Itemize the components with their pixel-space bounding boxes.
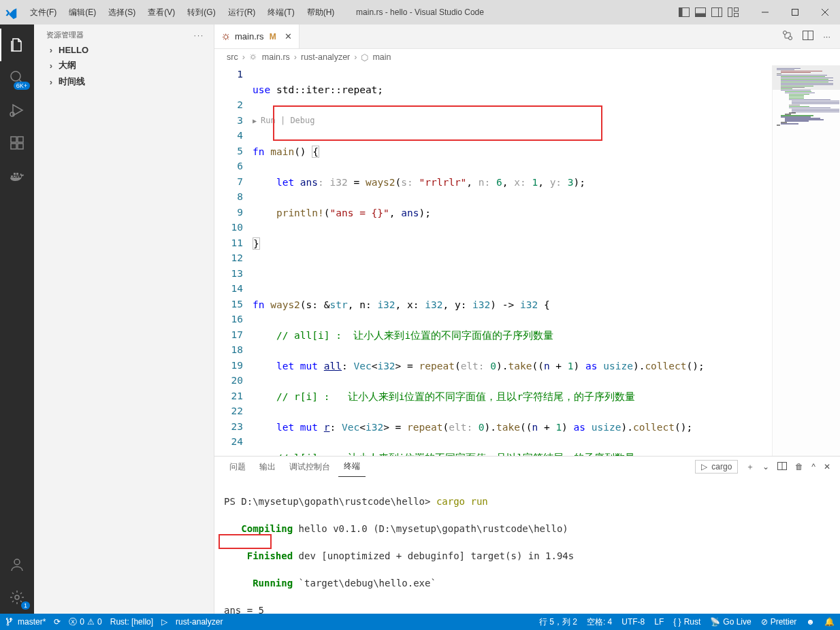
terminal-task-selector[interactable]: ▷cargo: [695, 460, 738, 474]
sidebar-item-hello[interactable]: ›HELLO: [34, 43, 214, 57]
menu-file[interactable]: 文件(F): [25, 4, 62, 21]
panel-maximize-icon[interactable]: ^: [811, 462, 815, 471]
vscode-logo-icon: [0, 5, 22, 20]
window-maximize-button[interactable]: [780, 0, 810, 24]
toggle-secondary-sidebar-icon[interactable]: [711, 7, 723, 18]
status-rust-project[interactable]: Rust: [hello]: [110, 617, 153, 627]
tab-main-rs[interactable]: ⛭ main.rs M ✕: [214, 24, 300, 48]
rust-file-icon: ⛭: [249, 52, 258, 62]
minimap-content: [777, 68, 836, 453]
toggle-panel-icon[interactable]: [694, 7, 707, 18]
terminal-new-icon[interactable]: ＋: [746, 461, 754, 473]
panel-tab-debug-console[interactable]: 调试控制台: [284, 457, 336, 477]
activity-bar: 6K+ 1: [0, 24, 34, 614]
window-title: main.rs - hello - Visual Studio Code: [356, 7, 484, 17]
panel-tabs: 问题 输出 调试控制台 终端 ▷cargo ＋ ⌄ 🗑 ^ ✕: [214, 457, 840, 477]
highlight-box-output: [219, 534, 272, 549]
svg-point-13: [11, 71, 20, 81]
rust-file-icon: ⛭: [221, 31, 231, 42]
activity-search-icon[interactable]: 6K+: [0, 61, 34, 94]
panel-tab-problems[interactable]: 问题: [224, 457, 251, 477]
settings-badge: 1: [21, 601, 30, 610]
editor-more-icon[interactable]: ···: [823, 31, 830, 42]
svg-rect-6: [728, 8, 732, 17]
activity-run-debug-icon[interactable]: [0, 94, 34, 127]
line-gutter: 1 23456789101112131415161718192021222324: [214, 65, 253, 456]
svg-rect-7: [734, 8, 739, 12]
window-close-button[interactable]: [810, 0, 840, 24]
menu-help[interactable]: 帮助(H): [302, 4, 340, 21]
panel-close-icon[interactable]: ✕: [824, 462, 830, 471]
status-sync[interactable]: ⟳: [54, 617, 61, 627]
symbol-function-icon: ⬡: [361, 52, 368, 63]
status-run-icon[interactable]: ▷: [161, 617, 167, 627]
svg-rect-16: [11, 137, 16, 142]
tab-bar: ⛭ main.rs M ✕ ···: [214, 24, 840, 49]
svg-rect-1: [679, 8, 683, 17]
svg-point-23: [789, 37, 792, 40]
svg-point-21: [15, 595, 19, 599]
sidebar-item-timeline[interactable]: ›时间线: [34, 73, 214, 90]
breadcrumbs[interactable]: src› ⛭main.rs› rust-analyzer› ⬡main: [214, 49, 840, 65]
menu-terminal[interactable]: 终端(T): [262, 4, 300, 21]
svg-rect-5: [719, 8, 722, 17]
panel-tab-output[interactable]: 输出: [254, 457, 281, 477]
code-content[interactable]: use std::iter::repeat; Run | Debug fn ma…: [253, 65, 772, 456]
search-badge: 6K+: [14, 82, 30, 90]
status-errors[interactable]: ⓧ0 ⚠0: [69, 616, 101, 628]
svg-point-22: [784, 31, 787, 35]
svg-rect-3: [696, 14, 706, 17]
panel: 问题 输出 调试控制台 终端 ▷cargo ＋ ⌄ 🗑 ^ ✕ PS D:\my…: [214, 456, 840, 614]
main-menu: 文件(F) 编辑(E) 选择(S) 查看(V) 转到(G) 运行(R) 终端(T…: [22, 4, 340, 21]
activity-account-icon[interactable]: [0, 548, 34, 581]
svg-rect-19: [18, 137, 23, 142]
breadcrumb-sym[interactable]: main: [372, 52, 391, 62]
explorer-title: 资源管理器: [46, 30, 84, 40]
compare-changes-icon[interactable]: [782, 30, 793, 43]
editor-group: ⛭ main.rs M ✕ ··· src› ⛭main.rs› rust-an…: [214, 24, 840, 614]
breadcrumb-mod[interactable]: rust-analyzer: [301, 52, 350, 62]
tab-label: main.rs: [235, 31, 264, 42]
breadcrumb-file[interactable]: main.rs: [262, 52, 290, 62]
terminal-content[interactable]: PS D:\mysetup\gopath\rustcode\hello> car…: [214, 477, 840, 630]
svg-rect-4: [712, 8, 722, 17]
terminal-split-icon[interactable]: [777, 462, 787, 472]
breadcrumb-src[interactable]: src: [227, 52, 238, 62]
panel-tab-terminal[interactable]: 终端: [338, 457, 366, 477]
activity-docker-icon[interactable]: [0, 159, 34, 192]
tab-close-icon[interactable]: ✕: [285, 31, 292, 42]
code-editor[interactable]: 1 23456789101112131415161718192021222324…: [214, 65, 840, 456]
window-minimize-button[interactable]: [750, 0, 780, 24]
svg-rect-17: [11, 144, 16, 149]
terminal-dropdown-icon[interactable]: ⌄: [762, 462, 769, 471]
menu-goto[interactable]: 转到(G): [182, 4, 221, 21]
activity-settings-icon[interactable]: 1: [0, 581, 34, 614]
customize-layout-icon[interactable]: [727, 7, 739, 18]
codelens-run-debug[interactable]: Run | Debug: [253, 113, 772, 129]
svg-point-15: [10, 112, 14, 116]
svg-rect-8: [734, 14, 739, 17]
minimap[interactable]: [772, 65, 840, 456]
svg-rect-18: [18, 144, 23, 149]
status-branch[interactable]: master*: [5, 617, 46, 627]
toggle-primary-sidebar-icon[interactable]: [678, 7, 690, 18]
activity-extensions-icon[interactable]: [0, 127, 34, 159]
activity-explorer-icon[interactable]: [0, 29, 34, 61]
title-bar: 文件(F) 编辑(E) 选择(S) 查看(V) 转到(G) 运行(R) 终端(T…: [0, 0, 840, 24]
svg-point-20: [14, 559, 20, 565]
svg-rect-10: [792, 10, 798, 16]
explorer-more-icon[interactable]: ···: [194, 31, 204, 39]
menu-view[interactable]: 查看(V): [142, 4, 180, 21]
split-editor-icon[interactable]: [803, 31, 813, 42]
menu-select[interactable]: 选择(S): [103, 4, 141, 21]
layout-controls: [678, 7, 739, 18]
terminal-kill-icon[interactable]: 🗑: [795, 462, 803, 471]
menu-run[interactable]: 运行(R): [223, 4, 261, 21]
sidebar-item-outline[interactable]: ›大纲: [34, 57, 214, 73]
tab-modified-badge: M: [270, 32, 276, 42]
explorer-sidebar: 资源管理器 ··· ›HELLO ›大纲 ›时间线: [34, 24, 214, 614]
menu-edit[interactable]: 编辑(E): [63, 4, 101, 21]
